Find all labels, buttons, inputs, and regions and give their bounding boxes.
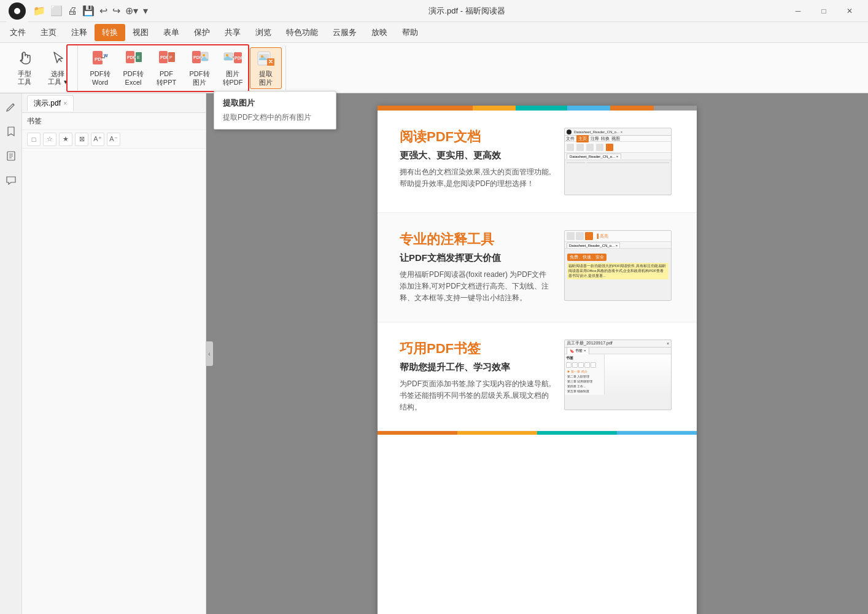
bm-title-text: 员工手册_20120917.pdf bbox=[567, 340, 613, 346]
bm-tab-item: 🔖 书签 × bbox=[567, 347, 589, 354]
pdf-ppt-icon: PDF P bbox=[157, 49, 176, 69]
left-panel: 演示.pdf × 书签 □ ☆ ★ ⊠ A⁺ A⁻ ‹ bbox=[22, 93, 206, 614]
custom-icon[interactable]: ⊕▾ bbox=[125, 5, 138, 17]
panel-tab-bar: 演示.pdf × bbox=[22, 93, 206, 113]
bm-sidebar: 书签 ▶ 第一章 简介 第二章 入职管 bbox=[565, 354, 605, 395]
bm-tree-2: 第二章 入职管理 bbox=[566, 374, 603, 379]
new-window-icon[interactable]: ⬜ bbox=[50, 5, 63, 17]
bm-title-close: × bbox=[667, 341, 669, 346]
menu-convert[interactable]: 转换 bbox=[95, 24, 125, 41]
extract-img-label: 提取图片 bbox=[259, 70, 273, 86]
menu-view[interactable]: 视图 bbox=[125, 24, 156, 41]
sidebar-page-icon[interactable] bbox=[2, 147, 20, 165]
bm-doc-area bbox=[605, 354, 671, 395]
annot-tab-item: Datasheet_Reader_CN_o... × bbox=[567, 243, 620, 248]
bm-toolbar-row bbox=[566, 362, 603, 368]
color-bar-7 bbox=[654, 106, 697, 111]
close-button[interactable]: ✕ bbox=[837, 2, 862, 20]
pdf-to-excel-button[interactable]: PDF E PDF转Excel bbox=[117, 47, 149, 89]
menu-special[interactable]: 特色功能 bbox=[279, 24, 325, 41]
bookmark-mini-screenshot: 员工手册_20120917.pdf × 🔖 书签 × bbox=[564, 340, 672, 410]
section2-inner: 专业的注释工具 让PDF文档发挥更大价值 使用福昕PDF阅读器(foxit re… bbox=[400, 230, 675, 305]
select-tool-button[interactable]: 选择工具 ▾ bbox=[42, 47, 74, 89]
bm-bookmark-icon: 🔖 bbox=[570, 349, 574, 353]
foxit-mini-tab: Datasheet_Reader_CN_o... × bbox=[565, 153, 671, 160]
pdf-preview: 阅读PDF文档 更强大、更实用、更高效 拥有出色的文档渲染效果,强大的页面管理功… bbox=[378, 106, 697, 614]
save-icon[interactable]: 💾 bbox=[82, 5, 95, 17]
sidebar-bookmark-icon[interactable] bbox=[2, 123, 20, 140]
bm-star2-btn[interactable]: ★ bbox=[59, 133, 72, 146]
color-bar-5 bbox=[567, 106, 610, 111]
extract-img-button[interactable]: 提取图片 bbox=[250, 47, 282, 89]
section1-heading: 阅读PDF文档 bbox=[400, 128, 552, 146]
app-title: 演示.pdf - 福昕阅读器 bbox=[148, 6, 786, 17]
foxit-mini-title-text: Datasheet_Reader_CN_o... × bbox=[574, 130, 622, 134]
menu-form[interactable]: 表单 bbox=[156, 24, 187, 41]
menu-protect[interactable]: 保护 bbox=[187, 24, 217, 41]
select-tool-label: 选择工具 ▾ bbox=[48, 70, 67, 86]
menu-comment[interactable]: 注释 bbox=[64, 24, 95, 41]
annot-ribbon: ▐ 高亮 bbox=[565, 231, 671, 242]
file-tab[interactable]: 演示.pdf × bbox=[27, 95, 74, 111]
menu-cloud[interactable]: 云服务 bbox=[325, 24, 364, 41]
bm-tool3 bbox=[578, 362, 584, 368]
bm-tool4 bbox=[584, 362, 590, 368]
annot-icon3 bbox=[585, 232, 593, 240]
menu-help[interactable]: 帮助 bbox=[395, 24, 425, 41]
svg-text:P: P bbox=[169, 55, 172, 60]
pdf-to-ppt-button[interactable]: PDF P PDF转PPT bbox=[150, 47, 182, 89]
pdf-img-icon: PDF bbox=[190, 49, 209, 69]
bookmark-toolbar: □ ☆ ★ ⊠ A⁺ A⁻ bbox=[22, 130, 206, 149]
folder-icon[interactable]: 📁 bbox=[33, 5, 45, 17]
ribbon: 手型工具 选择工具 ▾ PDF W PDF转Word bbox=[0, 43, 868, 93]
redo-icon[interactable]: ↪ bbox=[112, 5, 120, 17]
pdf-to-word-button[interactable]: PDF W PDF转Word bbox=[84, 47, 116, 89]
bcb-4 bbox=[617, 431, 697, 435]
extract-img-icon bbox=[256, 49, 276, 69]
hand-tool-button[interactable]: 手型工具 bbox=[9, 47, 41, 89]
section2-text: 专业的注释工具 让PDF文档发挥更大价值 使用福昕PDF阅读器(foxit re… bbox=[400, 230, 552, 305]
menu-file[interactable]: 文件 bbox=[2, 24, 33, 41]
ribbon-group-tools: 手型工具 选择工具 ▾ bbox=[5, 45, 78, 90]
maximize-button[interactable]: □ bbox=[812, 2, 836, 20]
img-to-pdf-button[interactable]: PDF 图片转PDF bbox=[217, 47, 249, 89]
bm-new-btn[interactable]: □ bbox=[27, 133, 41, 146]
pdf-to-img-button[interactable]: PDF PDF转图片 bbox=[184, 47, 215, 89]
section1-body: 拥有出色的文档渲染效果,强大的页面管理功能,帮助提升效率,是您阅读PDF的理想选… bbox=[400, 166, 552, 190]
color-bar-4 bbox=[516, 106, 567, 111]
section3-inner: 巧用PDF书签 帮助您提升工作、学习效率 为PDF页面添加书签,除了实现内容的快… bbox=[400, 340, 675, 414]
section1-inner: 阅读PDF文档 更强大、更实用、更高效 拥有出色的文档渲染效果,强大的页面管理功… bbox=[400, 128, 675, 195]
menu-browse[interactable]: 浏览 bbox=[248, 24, 279, 41]
annot-badge: 免费、快速、安全 bbox=[567, 254, 606, 261]
menu-home[interactable]: 主页 bbox=[33, 24, 64, 41]
sidebar-edit-icon[interactable] bbox=[2, 98, 20, 115]
menu-bar: 文件 主页 注释 转换 视图 表单 保护 共享 浏览 特色功能 云服务 放映 帮… bbox=[0, 22, 868, 43]
bm-tree-4: 第四章 工作... bbox=[566, 384, 603, 389]
fm-sidebar bbox=[567, 162, 585, 163]
color-bar-2 bbox=[420, 106, 472, 111]
panel-content-area bbox=[22, 149, 206, 614]
fm-doc bbox=[587, 162, 669, 163]
menu-present[interactable]: 放映 bbox=[364, 24, 395, 41]
svg-point-14 bbox=[203, 54, 205, 56]
section1-subheading: 更强大、更实用、更高效 bbox=[400, 150, 552, 161]
undo-icon[interactable]: ↩ bbox=[99, 5, 107, 17]
bm-up-btn[interactable]: A⁺ bbox=[91, 133, 104, 146]
bm-delete-btn[interactable]: ⊠ bbox=[75, 133, 88, 146]
more-icon[interactable]: ▾ bbox=[143, 5, 148, 17]
foxit-mini-screenshot: Datasheet_Reader_CN_o... × 文件 主页 注释 转换 视… bbox=[564, 128, 672, 195]
bookmark-label-bar: 书签 bbox=[22, 113, 206, 130]
section3-image: 员工手册_20120917.pdf × 🔖 书签 × bbox=[564, 340, 675, 414]
panel-collapse-handle[interactable]: ‹ bbox=[206, 341, 213, 366]
bm-down-btn[interactable]: A⁻ bbox=[107, 133, 120, 146]
section1-text: 阅读PDF文档 更强大、更实用、更高效 拥有出色的文档渲染效果,强大的页面管理功… bbox=[400, 128, 552, 195]
print-icon[interactable]: 🖨 bbox=[68, 6, 77, 17]
sidebar-icon-panel bbox=[0, 93, 22, 614]
menu-share[interactable]: 共享 bbox=[217, 24, 248, 41]
pdf-excel-label: PDF转Excel bbox=[123, 70, 144, 86]
bm-star-btn[interactable]: ☆ bbox=[43, 133, 56, 146]
minimize-button[interactable]: ─ bbox=[786, 2, 810, 20]
hand-tool-label: 手型工具 bbox=[18, 70, 31, 86]
file-tab-close[interactable]: × bbox=[63, 99, 67, 107]
sidebar-comment-icon[interactable] bbox=[2, 172, 20, 189]
